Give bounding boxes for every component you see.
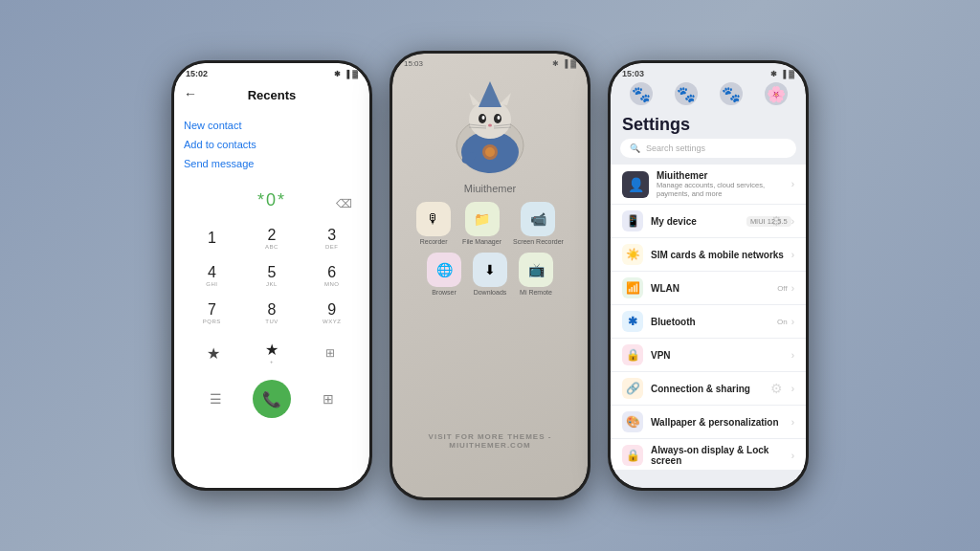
account-chevron: › xyxy=(791,179,794,189)
connection-chevron: › xyxy=(791,384,794,394)
dialer-key-1[interactable]: 1 xyxy=(182,220,242,257)
dialer-num-7: 7 xyxy=(208,302,216,318)
dot-1: 🐾 xyxy=(630,82,653,105)
dot-4: 🌸 xyxy=(765,82,788,105)
svg-point-7 xyxy=(482,116,485,120)
dialer-grid-btn[interactable]: ⊞ xyxy=(315,338,345,368)
device-title: My device xyxy=(651,216,746,227)
svg-marker-3 xyxy=(469,93,480,105)
dialer-letters-0: + xyxy=(270,359,274,364)
phone1-screen: 15:02 ✱ ▐ ▓ ← Recents New contact Add to… xyxy=(174,63,369,488)
dialer-grid: 1 2 ABC 3 DEF 4 GHI 5 JKL xyxy=(174,220,369,332)
signal3-icon: ▐ xyxy=(780,70,786,78)
browser-icon: 🌐 xyxy=(427,253,461,287)
phone-left: 15:02 ✱ ▐ ▓ ← Recents New contact Add to… xyxy=(171,60,372,491)
settings-item-wallpaper[interactable]: 🎨 Wallpaper & personalization › xyxy=(611,406,806,438)
settings-item-sim[interactable]: ☀️ SIM cards & mobile networks › xyxy=(611,238,806,271)
mascot-label: Miuithemer xyxy=(464,183,516,194)
svg-marker-4 xyxy=(500,93,511,105)
wlan-status: Off xyxy=(777,284,788,293)
phone-right: 15:03 ✱ ▐ ▓ 🐾 🐾 🐾 🌸 Settings 🔍 Search se… xyxy=(608,60,809,491)
settings-item-connection[interactable]: 🔗 Connection & sharing › ⚙ xyxy=(611,372,806,405)
phones-container: 15:02 ✱ ▐ ▓ ← Recents New contact Add to… xyxy=(171,51,809,500)
dialer-letters-8: TUV xyxy=(265,319,278,324)
dialer-num-9: 9 xyxy=(327,302,336,318)
phone-center: 15:03 ✱ ▐ ▓ xyxy=(390,51,590,500)
svg-marker-16 xyxy=(479,81,501,107)
settings-item-bluetooth[interactable]: ✱ Bluetooth On › xyxy=(611,305,806,338)
account-avatar: 👤 xyxy=(622,171,649,198)
settings-item-vpn[interactable]: 🔒 VPN › xyxy=(611,339,806,371)
app-filemanager[interactable]: 📁 File Manager xyxy=(462,202,501,245)
dialer-delete-btn[interactable]: ⌫ xyxy=(336,197,352,210)
connection-icon: 🔗 xyxy=(622,378,643,399)
dialer-num-0: ★ xyxy=(265,342,278,358)
miremote-icon: 📺 xyxy=(519,253,553,287)
vpn-chevron: › xyxy=(791,350,794,361)
dialer-key-4[interactable]: 4 GHI xyxy=(182,257,242,295)
sim-chevron: › xyxy=(791,250,794,260)
phone3-status-bar: 15:03 ✱ ▐ ▓ xyxy=(611,63,806,80)
bluetooth-status: On xyxy=(777,318,788,326)
dialer-num-2: 2 xyxy=(268,228,277,243)
wlan-title: WLAN xyxy=(651,283,777,294)
dialer-key-7[interactable]: 7 PQRS xyxy=(182,295,242,332)
dialer-key-6[interactable]: 6 MNO xyxy=(301,257,362,295)
aod-icon: 🔒 xyxy=(622,445,643,466)
dialer-key-8[interactable]: 8 TUV xyxy=(242,295,302,332)
bluetooth-settings-icon: ✱ xyxy=(622,311,643,332)
settings-search-bar[interactable]: 🔍 Search settings xyxy=(620,139,796,158)
settings-dots-row: 🐾 🐾 🐾 🌸 xyxy=(611,80,806,107)
filemanager-label: File Manager xyxy=(462,238,501,245)
contacts-grid-icon[interactable]: ⊞ xyxy=(313,384,344,414)
phone1-status-bar: 15:02 ✱ ▐ ▓ xyxy=(174,63,369,80)
app-recorder[interactable]: 🎙 Recorder xyxy=(416,202,451,245)
call-button[interactable]: 📞 xyxy=(253,380,291,418)
filemanager-icon: 📁 xyxy=(465,202,500,236)
app-miremote[interactable]: 📺 Mi Remote xyxy=(519,253,553,296)
send-message-link[interactable]: Send message xyxy=(184,158,360,169)
dialer-letters-6: MNO xyxy=(324,281,340,287)
settings-item-wlan[interactable]: 📶 WLAN Off › xyxy=(611,272,806,304)
search-icon: 🔍 xyxy=(630,143,640,153)
app-browser[interactable]: 🌐 Browser xyxy=(427,253,461,296)
app-downloads[interactable]: ⬇ Downloads xyxy=(473,253,507,296)
new-contact-link[interactable]: New contact xyxy=(184,120,360,131)
dot-2: 🐾 xyxy=(675,82,698,105)
app-row-1: 🎙 Recorder 📁 File Manager 📹 Screen Recor… xyxy=(416,202,564,245)
browser-label: Browser xyxy=(432,289,457,296)
mascot-area xyxy=(433,74,547,179)
dialer-key-0[interactable]: ★ + xyxy=(261,339,282,368)
app-screenrecorder[interactable]: 📹 Screen Recorder xyxy=(513,202,564,245)
phone1-topbar: ← Recents xyxy=(174,80,369,116)
dialer-key-5[interactable]: 5 JKL xyxy=(242,257,302,295)
phone-icon: 📞 xyxy=(262,390,281,408)
sim-text: SIM cards & mobile networks xyxy=(651,250,791,260)
account-text: Miuithemer Manage accounts, cloud servic… xyxy=(657,170,791,198)
downloads-label: Downloads xyxy=(474,289,507,296)
signal-icon: ▐ xyxy=(344,70,349,78)
settings-title: Settings xyxy=(611,111,806,139)
screenrecorder-icon: 📹 xyxy=(521,202,555,236)
dot-3: 🐾 xyxy=(720,82,743,105)
dialer-key-2[interactable]: 2 ABC xyxy=(242,220,302,257)
add-to-contacts-link[interactable]: Add to contacts xyxy=(184,139,360,150)
aod-title: Always-on display & Lock screen xyxy=(651,445,791,466)
aod-chevron: › xyxy=(791,451,794,461)
recent-calls-icon[interactable]: ☰ xyxy=(200,384,231,414)
settings-item-account[interactable]: 👤 Miuithemer Manage accounts, cloud serv… xyxy=(611,165,806,204)
account-title: Miuithemer xyxy=(657,170,791,181)
settings-item-device[interactable]: 📱 My device MIUI 12.5.5 › ⚙ xyxy=(611,205,806,237)
dialer-display-area: *0* ⌫ xyxy=(174,181,369,216)
bluetooth3-icon: ✱ xyxy=(770,70,777,78)
settings-item-aod[interactable]: 🔒 Always-on display & Lock screen › xyxy=(611,439,806,470)
dialer-key-9[interactable]: 9 WXYZ xyxy=(301,295,362,332)
connection-gear-deco: ⚙ xyxy=(770,381,783,396)
phone2-time: 15:03 xyxy=(404,59,423,68)
bluetooth-chevron: › xyxy=(791,317,794,327)
dialer-num-1: 1 xyxy=(208,231,216,246)
dialer-star-btn[interactable]: ★ xyxy=(198,338,229,368)
dialer-key-3[interactable]: 3 DEF xyxy=(301,220,362,257)
dialer-letters-2: ABC xyxy=(265,244,278,250)
dialer-letters-9: WXYZ xyxy=(323,319,341,324)
